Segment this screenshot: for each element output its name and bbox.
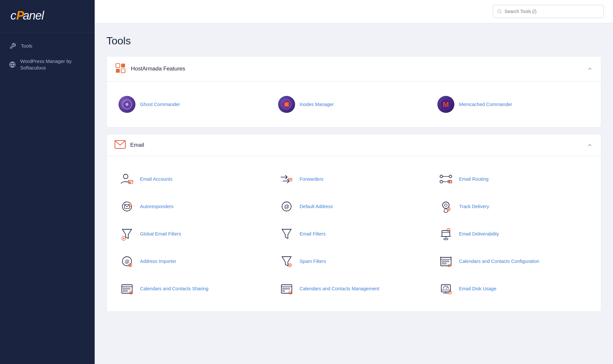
tool-address-importer[interactable]: @ Address Importer (115, 248, 274, 275)
svg-text:c: c (10, 9, 16, 22)
address-importer-icon: @ (118, 253, 135, 270)
svg-rect-60 (441, 257, 451, 266)
section-email-header-left: Email (115, 140, 144, 150)
search-box[interactable] (493, 5, 604, 18)
inodes-manager-icon (278, 96, 295, 113)
search-input[interactable] (505, 9, 600, 14)
email-section-icon (115, 140, 126, 150)
tool-spam-filters[interactable]: Spam Filters (274, 248, 434, 275)
tool-track-delivery[interactable]: Track Delivery (433, 193, 593, 220)
default-address-icon: @ (278, 198, 295, 215)
tool-calendars-contacts-configuration[interactable]: Calendars and Contacts Configuration (433, 248, 593, 275)
tool-autoresponders[interactable]: Autoresponders (115, 193, 274, 220)
wordpress-icon (9, 61, 16, 68)
sidebar: c P anel Tools WordPress Manager (0, 0, 95, 364)
svg-point-51 (448, 230, 449, 231)
tool-ghost-commander[interactable]: Ghost Commander (115, 91, 274, 118)
email-disk-usage-icon (437, 280, 454, 297)
svg-rect-85 (288, 288, 290, 289)
svg-rect-66 (445, 263, 446, 264)
topbar (95, 0, 613, 23)
track-delivery-label: Track Delivery (459, 204, 489, 210)
svg-point-35 (445, 204, 447, 206)
email-title: Email (130, 142, 144, 148)
hostarmada-icon (115, 62, 126, 75)
tool-email-deliverability[interactable]: Email Deliverability (433, 220, 593, 248)
calendars-contacts-configuration-icon (437, 253, 454, 270)
svg-marker-56 (282, 257, 291, 266)
section-email-header[interactable]: Email (107, 134, 601, 156)
svg-rect-75 (126, 288, 127, 289)
sidebar-item-wordpress[interactable]: WordPress Manager by Softaculous (0, 54, 95, 75)
section-hostarmada-header[interactable]: HostArmada Features (107, 56, 601, 82)
svg-rect-8 (121, 69, 125, 73)
cpanel-logo: c P anel (9, 7, 86, 26)
hostarmada-chevron (587, 66, 593, 72)
svg-rect-65 (442, 263, 444, 264)
svg-point-25 (440, 180, 443, 183)
hostarmada-title: HostArmada Features (131, 66, 185, 72)
svg-rect-84 (285, 288, 287, 289)
svg-rect-7 (116, 69, 120, 73)
svg-text:M: M (443, 100, 449, 109)
tool-email-routing[interactable]: Email Routing (433, 165, 593, 193)
tool-default-address[interactable]: @ Default Address (274, 193, 434, 220)
svg-rect-64 (447, 261, 449, 262)
tools-label: Tools (21, 43, 32, 49)
tool-email-disk-usage[interactable]: Email Disk Usage (433, 275, 593, 302)
email-chevron (587, 142, 593, 148)
svg-marker-42 (282, 229, 291, 238)
svg-rect-62 (442, 261, 444, 262)
svg-point-37 (448, 208, 449, 210)
inodes-manager-label: Inodes Manager (300, 101, 334, 108)
sidebar-item-tools[interactable]: Tools (0, 38, 95, 54)
svg-text:anel: anel (23, 9, 44, 22)
svg-rect-86 (283, 290, 284, 292)
svg-rect-76 (128, 288, 130, 289)
svg-rect-72 (122, 285, 132, 293)
email-disk-usage-label: Email Disk Usage (459, 286, 496, 292)
main-area: Tools HostArmada Features (95, 0, 613, 364)
email-filters-icon (278, 225, 295, 242)
email-routing-label: Email Routing (459, 176, 488, 182)
calendars-contacts-configuration-label: Calendars and Contacts Configuration (459, 258, 539, 265)
svg-text:@: @ (284, 204, 289, 209)
svg-point-95 (450, 293, 450, 294)
svg-rect-83 (283, 288, 284, 289)
tool-forwarders[interactable]: Forwarders (274, 165, 434, 193)
svg-marker-38 (122, 229, 132, 238)
email-deliverability-label: Email Deliverability (459, 231, 499, 237)
tool-global-email-filters[interactable]: Global Email Filters (115, 220, 274, 248)
ghost-commander-label: Ghost Commander (140, 101, 180, 108)
tool-memcached-commander[interactable]: M Memcached Commander (433, 91, 593, 118)
tool-inodes-manager[interactable]: Inodes Manager (274, 91, 434, 118)
svg-rect-63 (445, 261, 446, 262)
calendars-contacts-management-icon (278, 280, 295, 297)
email-routing-icon (437, 171, 454, 188)
global-email-filters-icon (118, 225, 135, 242)
svg-point-24 (449, 175, 452, 178)
svg-point-23 (440, 175, 443, 178)
section-header-left: HostArmada Features (115, 62, 185, 75)
spam-filters-label: Spam Filters (300, 258, 326, 265)
svg-rect-5 (116, 64, 120, 68)
calendars-contacts-management-label: Calendars and Contacts Management (300, 286, 379, 292)
forwarders-icon (278, 171, 295, 188)
section-email: Email (106, 134, 601, 312)
search-icon (497, 9, 502, 14)
svg-line-92 (446, 287, 448, 289)
wordpress-label: WordPress Manager by Softaculous (20, 58, 86, 71)
svg-point-18 (123, 174, 128, 179)
sidebar-nav: Tools WordPress Manager by Softaculous (0, 32, 95, 81)
tool-email-filters[interactable]: Email Filters (274, 220, 434, 248)
spam-filters-icon (278, 253, 295, 270)
svg-point-14 (285, 103, 288, 106)
calendars-contacts-sharing-icon (118, 280, 135, 297)
memcached-commander-icon: M (437, 96, 454, 113)
content-area: Tools HostArmada Features (95, 23, 613, 364)
email-deliverability-icon (437, 225, 454, 242)
tool-calendars-contacts-sharing[interactable]: Calendars and Contacts Sharing (115, 275, 274, 302)
tool-calendars-contacts-management[interactable]: Calendars and Contacts Management (274, 275, 434, 302)
global-email-filters-label: Global Email Filters (140, 231, 181, 237)
tool-email-accounts[interactable]: Email Accounts (115, 165, 274, 193)
